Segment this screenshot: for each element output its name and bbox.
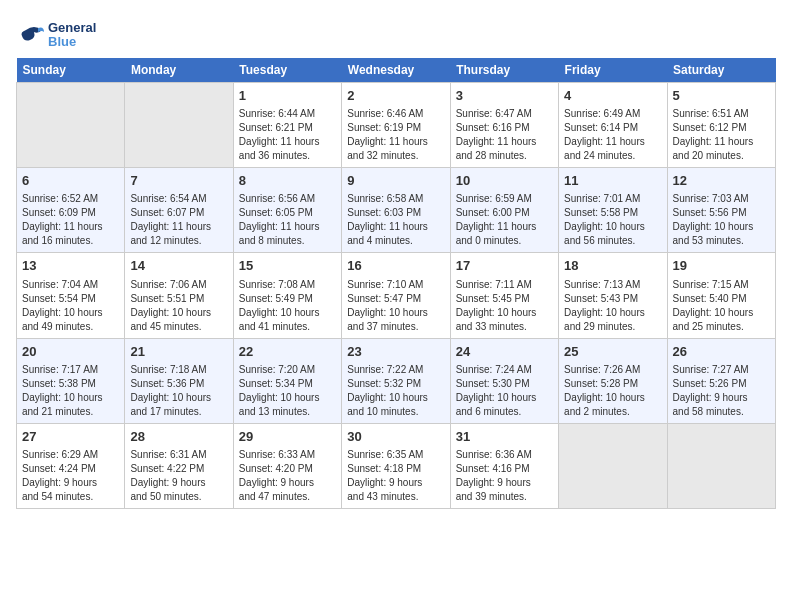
day-info: Sunrise: 7:08 AM Sunset: 5:49 PM Dayligh… (239, 278, 336, 334)
calendar-day-cell (667, 423, 775, 508)
day-number: 17 (456, 257, 553, 275)
calendar-day-cell: 11Sunrise: 7:01 AM Sunset: 5:58 PM Dayli… (559, 168, 667, 253)
calendar-day-cell: 31Sunrise: 6:36 AM Sunset: 4:16 PM Dayli… (450, 423, 558, 508)
day-info: Sunrise: 6:35 AM Sunset: 4:18 PM Dayligh… (347, 448, 444, 504)
calendar-week-row: 1Sunrise: 6:44 AM Sunset: 6:21 PM Daylig… (17, 83, 776, 168)
day-number: 15 (239, 257, 336, 275)
day-info: Sunrise: 7:18 AM Sunset: 5:36 PM Dayligh… (130, 363, 227, 419)
calendar-day-cell: 12Sunrise: 7:03 AM Sunset: 5:56 PM Dayli… (667, 168, 775, 253)
day-number: 5 (673, 87, 770, 105)
calendar-week-row: 27Sunrise: 6:29 AM Sunset: 4:24 PM Dayli… (17, 423, 776, 508)
calendar-header-row: SundayMondayTuesdayWednesdayThursdayFrid… (17, 58, 776, 83)
calendar-day-cell: 3Sunrise: 6:47 AM Sunset: 6:16 PM Daylig… (450, 83, 558, 168)
calendar-week-row: 6Sunrise: 6:52 AM Sunset: 6:09 PM Daylig… (17, 168, 776, 253)
day-number: 2 (347, 87, 444, 105)
calendar-day-cell: 21Sunrise: 7:18 AM Sunset: 5:36 PM Dayli… (125, 338, 233, 423)
day-number: 27 (22, 428, 119, 446)
day-number: 6 (22, 172, 119, 190)
calendar-day-cell: 26Sunrise: 7:27 AM Sunset: 5:26 PM Dayli… (667, 338, 775, 423)
day-number: 21 (130, 343, 227, 361)
calendar-day-cell (125, 83, 233, 168)
calendar-day-cell: 30Sunrise: 6:35 AM Sunset: 4:18 PM Dayli… (342, 423, 450, 508)
calendar-day-cell: 2Sunrise: 6:46 AM Sunset: 6:19 PM Daylig… (342, 83, 450, 168)
day-info: Sunrise: 6:47 AM Sunset: 6:16 PM Dayligh… (456, 107, 553, 163)
day-number: 3 (456, 87, 553, 105)
day-number: 25 (564, 343, 661, 361)
calendar-day-cell: 25Sunrise: 7:26 AM Sunset: 5:28 PM Dayli… (559, 338, 667, 423)
calendar-day-cell: 1Sunrise: 6:44 AM Sunset: 6:21 PM Daylig… (233, 83, 341, 168)
calendar-day-cell: 18Sunrise: 7:13 AM Sunset: 5:43 PM Dayli… (559, 253, 667, 338)
day-info: Sunrise: 7:11 AM Sunset: 5:45 PM Dayligh… (456, 278, 553, 334)
weekday-header: Wednesday (342, 58, 450, 83)
calendar-week-row: 13Sunrise: 7:04 AM Sunset: 5:54 PM Dayli… (17, 253, 776, 338)
weekday-header: Friday (559, 58, 667, 83)
day-info: Sunrise: 7:13 AM Sunset: 5:43 PM Dayligh… (564, 278, 661, 334)
calendar-day-cell: 7Sunrise: 6:54 AM Sunset: 6:07 PM Daylig… (125, 168, 233, 253)
logo-bird-icon (16, 20, 46, 50)
day-info: Sunrise: 7:17 AM Sunset: 5:38 PM Dayligh… (22, 363, 119, 419)
weekday-header: Saturday (667, 58, 775, 83)
day-info: Sunrise: 7:06 AM Sunset: 5:51 PM Dayligh… (130, 278, 227, 334)
weekday-header: Thursday (450, 58, 558, 83)
day-info: Sunrise: 7:20 AM Sunset: 5:34 PM Dayligh… (239, 363, 336, 419)
day-number: 18 (564, 257, 661, 275)
calendar-week-row: 20Sunrise: 7:17 AM Sunset: 5:38 PM Dayli… (17, 338, 776, 423)
day-info: Sunrise: 6:49 AM Sunset: 6:14 PM Dayligh… (564, 107, 661, 163)
day-number: 28 (130, 428, 227, 446)
calendar-day-cell: 22Sunrise: 7:20 AM Sunset: 5:34 PM Dayli… (233, 338, 341, 423)
day-info: Sunrise: 6:29 AM Sunset: 4:24 PM Dayligh… (22, 448, 119, 504)
calendar-day-cell (17, 83, 125, 168)
calendar-day-cell: 23Sunrise: 7:22 AM Sunset: 5:32 PM Dayli… (342, 338, 450, 423)
logo-text-line2: Blue (48, 35, 96, 49)
day-info: Sunrise: 6:59 AM Sunset: 6:00 PM Dayligh… (456, 192, 553, 248)
day-info: Sunrise: 6:44 AM Sunset: 6:21 PM Dayligh… (239, 107, 336, 163)
day-info: Sunrise: 6:51 AM Sunset: 6:12 PM Dayligh… (673, 107, 770, 163)
day-info: Sunrise: 7:22 AM Sunset: 5:32 PM Dayligh… (347, 363, 444, 419)
calendar-body: 1Sunrise: 6:44 AM Sunset: 6:21 PM Daylig… (17, 83, 776, 509)
day-info: Sunrise: 7:03 AM Sunset: 5:56 PM Dayligh… (673, 192, 770, 248)
day-info: Sunrise: 7:01 AM Sunset: 5:58 PM Dayligh… (564, 192, 661, 248)
day-info: Sunrise: 6:36 AM Sunset: 4:16 PM Dayligh… (456, 448, 553, 504)
calendar-day-cell: 5Sunrise: 6:51 AM Sunset: 6:12 PM Daylig… (667, 83, 775, 168)
day-number: 31 (456, 428, 553, 446)
day-info: Sunrise: 6:58 AM Sunset: 6:03 PM Dayligh… (347, 192, 444, 248)
day-number: 23 (347, 343, 444, 361)
day-number: 16 (347, 257, 444, 275)
day-number: 11 (564, 172, 661, 190)
calendar-day-cell: 13Sunrise: 7:04 AM Sunset: 5:54 PM Dayli… (17, 253, 125, 338)
logo-text-line1: General (48, 21, 96, 35)
calendar-day-cell: 6Sunrise: 6:52 AM Sunset: 6:09 PM Daylig… (17, 168, 125, 253)
weekday-header: Monday (125, 58, 233, 83)
day-number: 9 (347, 172, 444, 190)
day-number: 12 (673, 172, 770, 190)
day-number: 10 (456, 172, 553, 190)
calendar-day-cell: 27Sunrise: 6:29 AM Sunset: 4:24 PM Dayli… (17, 423, 125, 508)
calendar-day-cell: 24Sunrise: 7:24 AM Sunset: 5:30 PM Dayli… (450, 338, 558, 423)
day-number: 7 (130, 172, 227, 190)
calendar-day-cell: 20Sunrise: 7:17 AM Sunset: 5:38 PM Dayli… (17, 338, 125, 423)
day-info: Sunrise: 7:10 AM Sunset: 5:47 PM Dayligh… (347, 278, 444, 334)
day-number: 8 (239, 172, 336, 190)
page-header: General Blue (16, 16, 776, 50)
calendar-day-cell: 8Sunrise: 6:56 AM Sunset: 6:05 PM Daylig… (233, 168, 341, 253)
calendar-day-cell: 14Sunrise: 7:06 AM Sunset: 5:51 PM Dayli… (125, 253, 233, 338)
day-number: 22 (239, 343, 336, 361)
day-info: Sunrise: 7:04 AM Sunset: 5:54 PM Dayligh… (22, 278, 119, 334)
day-number: 26 (673, 343, 770, 361)
day-number: 13 (22, 257, 119, 275)
calendar-day-cell: 10Sunrise: 6:59 AM Sunset: 6:00 PM Dayli… (450, 168, 558, 253)
calendar-day-cell (559, 423, 667, 508)
day-number: 4 (564, 87, 661, 105)
day-number: 19 (673, 257, 770, 275)
day-info: Sunrise: 7:27 AM Sunset: 5:26 PM Dayligh… (673, 363, 770, 419)
day-info: Sunrise: 6:31 AM Sunset: 4:22 PM Dayligh… (130, 448, 227, 504)
calendar-day-cell: 15Sunrise: 7:08 AM Sunset: 5:49 PM Dayli… (233, 253, 341, 338)
calendar-day-cell: 19Sunrise: 7:15 AM Sunset: 5:40 PM Dayli… (667, 253, 775, 338)
day-info: Sunrise: 7:15 AM Sunset: 5:40 PM Dayligh… (673, 278, 770, 334)
calendar-day-cell: 28Sunrise: 6:31 AM Sunset: 4:22 PM Dayli… (125, 423, 233, 508)
day-number: 1 (239, 87, 336, 105)
day-info: Sunrise: 6:52 AM Sunset: 6:09 PM Dayligh… (22, 192, 119, 248)
calendar-day-cell: 9Sunrise: 6:58 AM Sunset: 6:03 PM Daylig… (342, 168, 450, 253)
day-number: 29 (239, 428, 336, 446)
day-info: Sunrise: 7:26 AM Sunset: 5:28 PM Dayligh… (564, 363, 661, 419)
